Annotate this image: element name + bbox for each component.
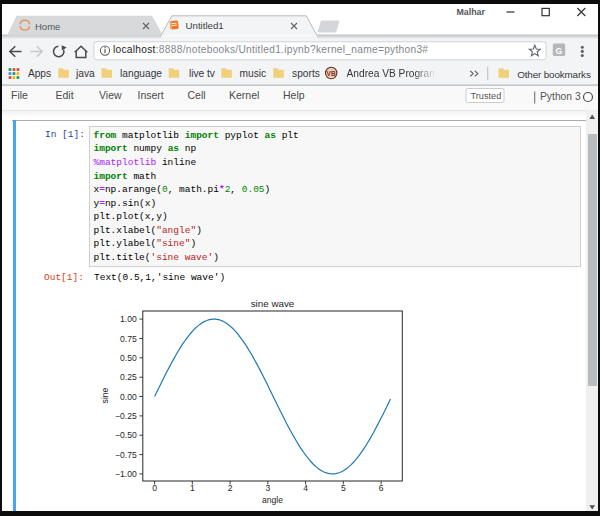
svg-text:0.00: 0.00 (120, 392, 137, 402)
svg-text:5: 5 (341, 483, 346, 493)
svg-text:1.00: 1.00 (120, 314, 137, 324)
svg-text:−0.75: −0.75 (115, 450, 137, 460)
svg-text:sine: sine (100, 387, 110, 403)
svg-text:0.50: 0.50 (120, 353, 137, 363)
svg-text:sine wave: sine wave (251, 298, 295, 309)
svg-text:0: 0 (152, 483, 157, 493)
svg-text:−0.50: −0.50 (115, 430, 137, 440)
svg-text:0.25: 0.25 (120, 372, 137, 382)
svg-text:2: 2 (228, 483, 233, 493)
svg-text:angle: angle (262, 495, 283, 505)
svg-text:−0.25: −0.25 (115, 411, 137, 421)
svg-text:−1.00: −1.00 (115, 469, 137, 479)
svg-text:1: 1 (190, 483, 195, 493)
svg-text:4: 4 (303, 483, 308, 493)
svg-text:0.75: 0.75 (120, 334, 137, 344)
svg-text:3: 3 (265, 483, 270, 493)
svg-text:6: 6 (379, 483, 384, 493)
svg-text:VB: VB (327, 70, 336, 77)
